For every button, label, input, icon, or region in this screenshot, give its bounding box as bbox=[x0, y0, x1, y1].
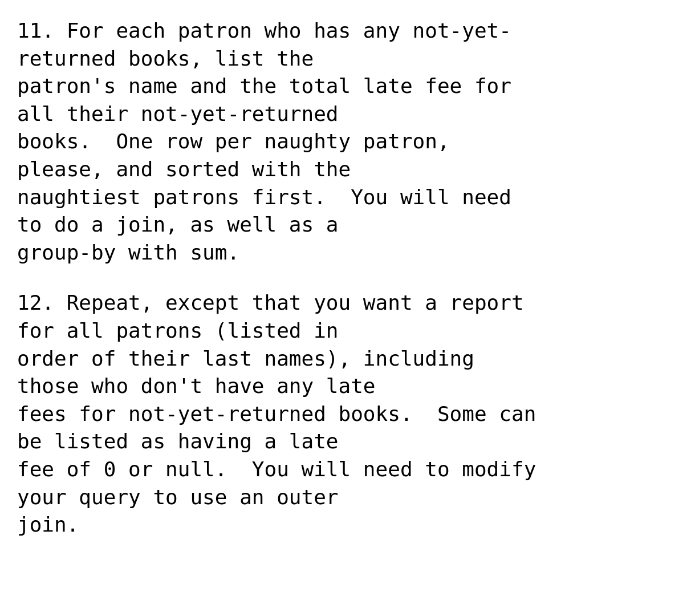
question-12-text: 12. Repeat, except that you want a repor… bbox=[17, 289, 678, 538]
question-12-block: 12. Repeat, except that you want a repor… bbox=[17, 289, 678, 538]
question-11-block: 11. For each patron who has any not-yet-… bbox=[17, 17, 678, 266]
question-11-text: 11. For each patron who has any not-yet-… bbox=[17, 17, 678, 266]
content-area: 11. For each patron who has any not-yet-… bbox=[17, 17, 678, 562]
